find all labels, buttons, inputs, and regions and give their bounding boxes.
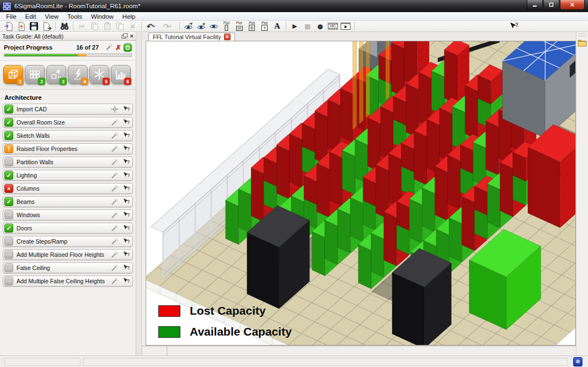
task-false-ceiling[interactable]: ···False Ceiling? [3,262,133,273]
animation-frames-button[interactable]: ABC [327,21,339,31]
context-help-icon[interactable]: ? [122,224,130,232]
context-help-icon[interactable]: ? [122,264,130,272]
task-add-multiple-raised-floor-heights[interactable]: ···Add Multiple Raised Floor Heights? [3,249,133,260]
task-import-cad[interactable]: ✓Import CAD? [3,104,133,115]
step-button-2[interactable]: 2 [25,65,45,84]
wand-icon[interactable] [111,264,119,272]
context-help-icon[interactable]: ? [122,132,130,139]
wand-icon[interactable] [111,198,119,206]
viewport-status-cell [167,346,576,355]
3d-viewport[interactable]: Lost CapacityAvailable Capacity [146,41,576,346]
task-doors[interactable]: ✓Doors? [3,223,133,234]
play-button[interactable]: ▶ [288,21,301,31]
task-raised-floor-properties[interactable]: !Raised Floor Properties? [3,143,133,154]
menu-item-view[interactable]: View [40,13,63,20]
plot-rack-button[interactable]: Plot [220,21,233,31]
tab-virtual-facility[interactable]: FFL Tutorial Virtual Facility × [148,33,235,41]
wand-icon[interactable] [111,118,119,126]
task-create-steps-ramp[interactable]: ···Create Steps/Ramp? [3,236,133,247]
context-help-icon[interactable]: ? [122,185,130,192]
undo-button[interactable]: ↶▾ [144,21,161,31]
plot-cooling-button[interactable]: Plot [245,21,258,31]
svg-text:ABC: ABC [330,24,336,28]
legend-label: Available Capacity [190,325,292,338]
cancel-tasks-icon[interactable]: ✗ [115,44,121,51]
locate-icon[interactable] [111,105,119,113]
animation-play-button[interactable] [339,21,352,31]
task-overall-room-size[interactable]: ✓Overall Room Size? [3,117,133,128]
menu-item-window[interactable]: Window [87,13,118,20]
context-help-icon[interactable]: ? [122,158,130,166]
step-button-3[interactable]: 3 [46,65,66,84]
step-button-5[interactable]: 5 [89,65,109,84]
step-button-4[interactable]: 4 [68,65,88,84]
wand-icon[interactable] [111,171,119,179]
task-windows[interactable]: ···Windows? [3,209,133,220]
svg-text:?: ? [127,199,130,204]
plot-power-button[interactable]: Plot [258,21,271,31]
task-add-multiple-false-ceiling-heights[interactable]: ···Add Multiple False Ceiling Heights? [3,276,133,287]
text-annotation-button[interactable]: A [271,21,284,31]
context-help-icon[interactable]: ? [122,211,130,219]
wand-icon[interactable] [111,211,119,219]
wand-icon[interactable] [111,158,119,166]
wand-icon[interactable] [111,277,119,285]
plot-floor-button[interactable]: Plot [233,21,245,31]
view-icon[interactable] [207,21,220,31]
context-help-icon[interactable]: ? [122,198,130,206]
maximize-button[interactable] [543,0,559,10]
legend-swatch [158,305,180,317]
power-toggle-icon[interactable] [124,44,132,52]
step-button-6[interactable]: 6 [111,65,131,84]
float-panel-icon[interactable] [121,33,128,39]
import-room-icon[interactable] [2,21,15,31]
export-room-icon[interactable] [40,21,53,31]
context-help-icon[interactable]: ? [122,145,130,153]
wand-icon[interactable] [111,238,119,245]
context-help-icon[interactable]: ? [122,118,130,126]
menu-item-help[interactable]: Help [118,13,140,20]
view-orbit-icon[interactable] [182,21,195,31]
task-partition-walls[interactable]: ···Partition Walls? [3,156,133,168]
settings-wrench-icon[interactable] [105,43,113,52]
svg-text:?: ? [127,225,130,231]
close-panel-icon[interactable]: × [130,33,133,39]
close-button[interactable] [560,0,585,10]
minimize-button[interactable] [527,0,543,10]
task-lighting[interactable]: ✓Lighting? [3,170,133,181]
record-button[interactable]: ● [314,21,327,31]
task-status-done-icon: ✓ [4,131,13,140]
cut-icon: ✂ [76,21,88,31]
whats-this-help-button[interactable]: ? [507,21,520,31]
task-beams[interactable]: ✓Beams? [3,196,133,207]
tab-close-icon[interactable]: × [224,34,231,40]
wand-icon[interactable] [111,185,119,192]
task-label: False Ceiling [17,265,111,271]
context-help-icon[interactable]: ? [122,277,130,285]
title-bar[interactable]: 6SigmaRoomLite - RoomTutorial_R61.room* [0,0,588,12]
open-library-folder-icon[interactable] [578,39,587,49]
status-cell [4,358,81,366]
context-help-icon[interactable]: ? [122,251,130,258]
context-help-icon[interactable]: ? [122,105,130,113]
menu-item-file[interactable]: File [2,13,21,20]
solver-status-icon[interactable]: ❄ [573,357,582,366]
wand-icon[interactable] [111,132,119,139]
toolbar-grip-handle[interactable] [579,34,586,36]
save-icon[interactable] [28,21,40,31]
context-help-icon[interactable]: ? [122,238,130,245]
task-sketch-walls[interactable]: ✓Sketch Walls? [3,130,133,141]
menu-item-edit[interactable]: Edit [21,13,41,20]
step-button-1[interactable]: 1 [3,65,23,84]
task-columns[interactable]: ×Columns? [3,183,133,194]
menu-item-tools[interactable]: Tools [63,13,87,20]
open-room-icon[interactable] [15,21,28,31]
wand-icon[interactable] [111,145,119,153]
find-icon[interactable] [58,21,71,31]
context-help-icon[interactable]: ? [122,171,130,179]
wand-icon[interactable] [111,224,119,232]
wand-icon[interactable] [111,251,119,258]
panel-splitter[interactable] [136,32,142,355]
3d-scene[interactable] [146,41,575,345]
view-add-icon[interactable] [195,21,207,31]
